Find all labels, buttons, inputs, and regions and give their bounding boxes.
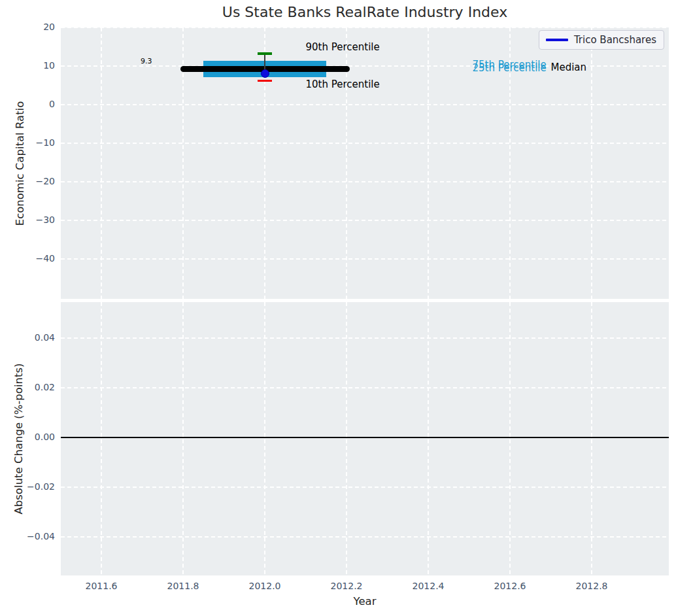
y-tick-label: −20: [19, 176, 55, 186]
y-tick-label: 0: [19, 99, 55, 109]
y-tick-label: −10: [19, 137, 55, 148]
legend-label: Trico Bancshares: [574, 34, 656, 46]
bottom-plot-area: [61, 302, 669, 575]
y-tick-label: 0.04: [19, 332, 55, 343]
p90-label: 90th Percentile: [306, 41, 380, 53]
legend: Trico Bancshares: [539, 30, 664, 50]
gridline-horizontal: [61, 220, 669, 221]
gridline-vertical: [101, 302, 102, 575]
x-tick-label: 2012.6: [494, 581, 526, 591]
y-tick-label: 20: [19, 22, 55, 32]
gridline-vertical: [509, 302, 511, 575]
gridline-vertical: [264, 302, 265, 575]
gridline-horizontal: [61, 487, 669, 488]
y-tick-label: −0.04: [19, 531, 55, 541]
gridline-horizontal: [61, 387, 669, 388]
gridline-vertical: [346, 302, 347, 575]
y-tick-label: −0.02: [19, 481, 55, 492]
gridline-vertical: [428, 27, 429, 299]
y-tick-label: −40: [19, 253, 55, 264]
gridline-horizontal: [61, 27, 669, 28]
top-y-axis-label: Economic Capital Ratio: [14, 101, 26, 226]
gridline-vertical: [591, 302, 592, 575]
x-tick-label: 2012.0: [249, 581, 281, 591]
gridline-horizontal: [61, 536, 669, 538]
p25-label: 25th Percentile: [473, 62, 547, 74]
gridline-horizontal: [61, 181, 669, 182]
y-tick-label: 10: [19, 60, 55, 71]
top-plot-area: 9.390th Percentile10th Percentile75th Pe…: [61, 27, 669, 299]
x-axis-label: Year: [354, 595, 377, 607]
gridline-vertical: [182, 302, 184, 575]
p90-cap: [258, 52, 273, 55]
median-value-label: 9.3: [141, 57, 152, 65]
median-label: Median: [551, 61, 587, 73]
gridline-horizontal: [61, 143, 669, 144]
gridline-vertical: [101, 27, 102, 299]
gridline-horizontal: [61, 337, 669, 339]
y-tick-label: −30: [19, 214, 55, 225]
legend-line-sample: [546, 39, 568, 41]
zero-line: [61, 437, 669, 438]
trico-bancshares-point: [261, 69, 269, 78]
x-tick-label: 2012.4: [413, 581, 445, 591]
x-tick-label: 2012.8: [576, 581, 608, 591]
y-tick-label: 0.02: [19, 382, 55, 392]
figure: Us State Banks RealRate Industry Index E…: [0, 0, 676, 616]
y-tick-label: 0.00: [19, 432, 55, 442]
gridline-horizontal: [61, 104, 669, 105]
gridline-vertical: [428, 302, 429, 575]
x-tick-label: 2011.8: [167, 581, 199, 591]
x-tick-label: 2012.2: [331, 581, 363, 591]
gridline-vertical: [591, 27, 592, 299]
chart-title: Us State Banks RealRate Industry Index: [222, 4, 507, 20]
gridline-horizontal: [61, 258, 669, 260]
x-tick-label: 2011.6: [86, 581, 118, 591]
p10-label: 10th Percentile: [306, 78, 380, 90]
p10-cap: [258, 80, 273, 82]
